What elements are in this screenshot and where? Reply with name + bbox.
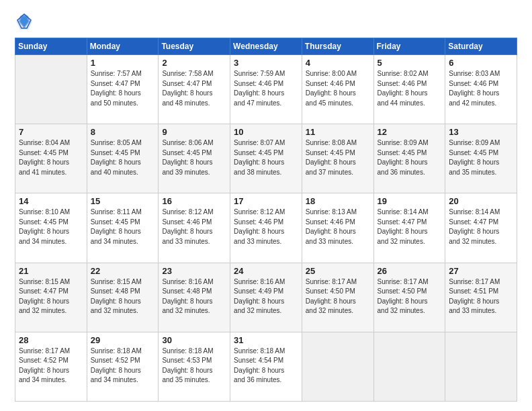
weekday-row: SundayMondayTuesdayWednesdayThursdayFrid… bbox=[15, 38, 517, 55]
calendar-cell: 31Sunrise: 8:18 AM Sunset: 4:54 PM Dayli… bbox=[230, 332, 302, 401]
calendar-cell: 12Sunrise: 8:09 AM Sunset: 4:45 PM Dayli… bbox=[373, 124, 445, 193]
day-number: 13 bbox=[449, 127, 513, 137]
day-number: 11 bbox=[306, 127, 370, 137]
day-number: 10 bbox=[234, 127, 298, 137]
day-info: Sunrise: 8:18 AM Sunset: 4:52 PM Dayligh… bbox=[91, 347, 155, 385]
calendar-cell: 9Sunrise: 8:06 AM Sunset: 4:45 PM Daylig… bbox=[159, 124, 230, 193]
calendar-cell: 10Sunrise: 8:07 AM Sunset: 4:45 PM Dayli… bbox=[230, 124, 302, 193]
logo-icon bbox=[15, 12, 34, 31]
day-number: 2 bbox=[162, 58, 226, 68]
day-number: 7 bbox=[19, 127, 83, 137]
day-number: 6 bbox=[449, 58, 513, 68]
day-info: Sunrise: 8:15 AM Sunset: 4:47 PM Dayligh… bbox=[19, 277, 83, 316]
calendar-cell: 4Sunrise: 8:00 AM Sunset: 4:46 PM Daylig… bbox=[302, 55, 373, 124]
day-number: 22 bbox=[91, 266, 155, 276]
calendar-cell: 26Sunrise: 8:17 AM Sunset: 4:50 PM Dayli… bbox=[373, 263, 445, 332]
calendar-cell: 1Sunrise: 7:57 AM Sunset: 4:47 PM Daylig… bbox=[87, 55, 159, 124]
weekday-header: Monday bbox=[87, 38, 159, 55]
day-info: Sunrise: 8:13 AM Sunset: 4:46 PM Dayligh… bbox=[306, 208, 370, 246]
calendar-week-row: 28Sunrise: 8:17 AM Sunset: 4:52 PM Dayli… bbox=[15, 332, 517, 401]
day-info: Sunrise: 8:10 AM Sunset: 4:45 PM Dayligh… bbox=[19, 208, 83, 246]
calendar-cell: 24Sunrise: 8:16 AM Sunset: 4:49 PM Dayli… bbox=[230, 263, 302, 332]
day-number: 14 bbox=[19, 196, 83, 206]
calendar-week-row: 21Sunrise: 8:15 AM Sunset: 4:47 PM Dayli… bbox=[15, 263, 517, 332]
weekday-header: Saturday bbox=[445, 38, 517, 55]
calendar-cell bbox=[302, 332, 373, 401]
day-info: Sunrise: 8:00 AM Sunset: 4:46 PM Dayligh… bbox=[306, 69, 370, 108]
calendar-cell: 22Sunrise: 8:15 AM Sunset: 4:48 PM Dayli… bbox=[87, 263, 159, 332]
calendar-cell: 2Sunrise: 7:58 AM Sunset: 4:47 PM Daylig… bbox=[159, 55, 230, 124]
calendar-week-row: 7Sunrise: 8:04 AM Sunset: 4:45 PM Daylig… bbox=[15, 124, 517, 193]
calendar-cell: 20Sunrise: 8:14 AM Sunset: 4:47 PM Dayli… bbox=[445, 193, 517, 263]
calendar-header: SundayMondayTuesdayWednesdayThursdayFrid… bbox=[15, 38, 517, 55]
calendar-cell: 3Sunrise: 7:59 AM Sunset: 4:46 PM Daylig… bbox=[230, 55, 302, 124]
calendar-cell: 25Sunrise: 8:17 AM Sunset: 4:50 PM Dayli… bbox=[302, 263, 373, 332]
day-number: 20 bbox=[449, 196, 513, 206]
day-info: Sunrise: 8:03 AM Sunset: 4:46 PM Dayligh… bbox=[449, 69, 513, 108]
calendar-cell: 8Sunrise: 8:05 AM Sunset: 4:45 PM Daylig… bbox=[87, 124, 159, 193]
day-info: Sunrise: 8:09 AM Sunset: 4:45 PM Dayligh… bbox=[449, 138, 513, 177]
calendar-table: SundayMondayTuesdayWednesdayThursdayFrid… bbox=[15, 38, 517, 402]
calendar-cell: 5Sunrise: 8:02 AM Sunset: 4:46 PM Daylig… bbox=[373, 55, 445, 124]
logo bbox=[15, 12, 36, 31]
day-info: Sunrise: 8:15 AM Sunset: 4:48 PM Dayligh… bbox=[91, 277, 155, 316]
calendar-cell: 29Sunrise: 8:18 AM Sunset: 4:52 PM Dayli… bbox=[87, 332, 159, 401]
page: SundayMondayTuesdayWednesdayThursdayFrid… bbox=[0, 0, 532, 411]
calendar-cell: 27Sunrise: 8:17 AM Sunset: 4:51 PM Dayli… bbox=[445, 263, 517, 332]
calendar-cell: 18Sunrise: 8:13 AM Sunset: 4:46 PM Dayli… bbox=[302, 193, 373, 263]
day-info: Sunrise: 8:18 AM Sunset: 4:54 PM Dayligh… bbox=[234, 347, 298, 385]
day-number: 1 bbox=[91, 58, 155, 68]
day-info: Sunrise: 8:18 AM Sunset: 4:53 PM Dayligh… bbox=[162, 347, 226, 385]
day-info: Sunrise: 8:04 AM Sunset: 4:45 PM Dayligh… bbox=[19, 138, 83, 177]
calendar-cell: 15Sunrise: 8:11 AM Sunset: 4:45 PM Dayli… bbox=[87, 193, 159, 263]
calendar-cell: 14Sunrise: 8:10 AM Sunset: 4:45 PM Dayli… bbox=[15, 193, 87, 263]
calendar-week-row: 1Sunrise: 7:57 AM Sunset: 4:47 PM Daylig… bbox=[15, 55, 517, 124]
calendar-cell: 30Sunrise: 8:18 AM Sunset: 4:53 PM Dayli… bbox=[159, 332, 230, 401]
day-info: Sunrise: 8:02 AM Sunset: 4:46 PM Dayligh… bbox=[378, 69, 442, 108]
weekday-header: Tuesday bbox=[159, 38, 230, 55]
day-number: 27 bbox=[449, 266, 513, 276]
day-info: Sunrise: 8:12 AM Sunset: 4:46 PM Dayligh… bbox=[234, 208, 298, 246]
calendar-cell bbox=[373, 332, 445, 401]
day-info: Sunrise: 8:05 AM Sunset: 4:45 PM Dayligh… bbox=[91, 138, 155, 177]
day-info: Sunrise: 8:17 AM Sunset: 4:50 PM Dayligh… bbox=[306, 277, 370, 316]
day-info: Sunrise: 8:17 AM Sunset: 4:50 PM Dayligh… bbox=[378, 277, 442, 316]
calendar-cell bbox=[445, 332, 517, 401]
calendar-cell: 21Sunrise: 8:15 AM Sunset: 4:47 PM Dayli… bbox=[15, 263, 87, 332]
weekday-header: Wednesday bbox=[230, 38, 302, 55]
day-info: Sunrise: 7:57 AM Sunset: 4:47 PM Dayligh… bbox=[91, 69, 155, 108]
day-number: 24 bbox=[234, 266, 298, 276]
day-number: 25 bbox=[306, 266, 370, 276]
calendar-week-row: 14Sunrise: 8:10 AM Sunset: 4:45 PM Dayli… bbox=[15, 193, 517, 263]
day-number: 17 bbox=[234, 196, 298, 206]
day-info: Sunrise: 8:06 AM Sunset: 4:45 PM Dayligh… bbox=[162, 138, 226, 177]
day-info: Sunrise: 8:16 AM Sunset: 4:49 PM Dayligh… bbox=[234, 277, 298, 316]
day-number: 21 bbox=[19, 266, 83, 276]
calendar-cell: 28Sunrise: 8:17 AM Sunset: 4:52 PM Dayli… bbox=[15, 332, 87, 401]
day-number: 3 bbox=[234, 58, 298, 68]
calendar-cell: 7Sunrise: 8:04 AM Sunset: 4:45 PM Daylig… bbox=[15, 124, 87, 193]
calendar-body: 1Sunrise: 7:57 AM Sunset: 4:47 PM Daylig… bbox=[15, 55, 517, 402]
calendar-cell: 16Sunrise: 8:12 AM Sunset: 4:46 PM Dayli… bbox=[159, 193, 230, 263]
calendar-cell bbox=[15, 55, 87, 124]
day-info: Sunrise: 8:12 AM Sunset: 4:46 PM Dayligh… bbox=[162, 208, 226, 246]
day-number: 12 bbox=[378, 127, 442, 137]
day-info: Sunrise: 8:09 AM Sunset: 4:45 PM Dayligh… bbox=[378, 138, 442, 177]
day-number: 29 bbox=[91, 335, 155, 345]
day-info: Sunrise: 8:16 AM Sunset: 4:48 PM Dayligh… bbox=[162, 277, 226, 316]
day-number: 8 bbox=[91, 127, 155, 137]
day-number: 9 bbox=[162, 127, 226, 137]
calendar-cell: 13Sunrise: 8:09 AM Sunset: 4:45 PM Dayli… bbox=[445, 124, 517, 193]
day-number: 30 bbox=[162, 335, 226, 345]
weekday-header: Friday bbox=[373, 38, 445, 55]
day-number: 26 bbox=[378, 266, 442, 276]
day-number: 5 bbox=[378, 58, 442, 68]
day-info: Sunrise: 8:17 AM Sunset: 4:51 PM Dayligh… bbox=[449, 277, 513, 316]
header bbox=[15, 12, 517, 31]
day-number: 16 bbox=[162, 196, 226, 206]
calendar-cell: 17Sunrise: 8:12 AM Sunset: 4:46 PM Dayli… bbox=[230, 193, 302, 263]
day-info: Sunrise: 8:14 AM Sunset: 4:47 PM Dayligh… bbox=[378, 208, 442, 246]
day-info: Sunrise: 8:08 AM Sunset: 4:45 PM Dayligh… bbox=[306, 138, 370, 177]
day-number: 4 bbox=[306, 58, 370, 68]
day-number: 18 bbox=[306, 196, 370, 206]
